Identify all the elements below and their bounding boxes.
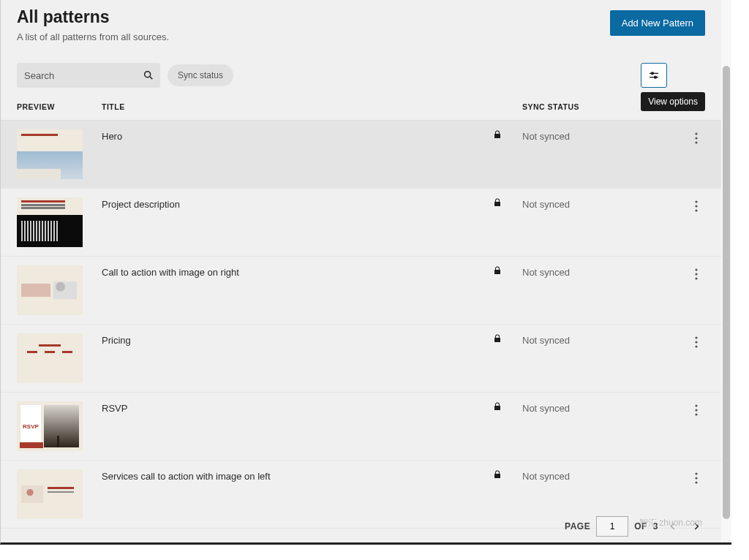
svg-line-1 bbox=[150, 77, 152, 79]
row-actions-button[interactable] bbox=[688, 129, 705, 147]
chevron-left-icon bbox=[668, 521, 678, 531]
lock-icon bbox=[493, 197, 502, 210]
row-actions-button[interactable] bbox=[688, 401, 705, 419]
pattern-preview-thumb[interactable] bbox=[17, 265, 83, 315]
lock-icon bbox=[493, 401, 502, 414]
sync-status-text: Not synced bbox=[522, 129, 570, 142]
svg-point-13 bbox=[695, 273, 697, 275]
pattern-preview-thumb[interactable] bbox=[17, 469, 83, 519]
sync-status-text: Not synced bbox=[522, 469, 570, 482]
search-input[interactable] bbox=[17, 63, 160, 88]
pattern-preview-thumb[interactable] bbox=[17, 333, 83, 383]
lock-icon bbox=[493, 469, 502, 482]
table-row[interactable]: Project descriptionNot synced bbox=[1, 189, 721, 257]
sliders-icon bbox=[648, 69, 660, 81]
column-header-title[interactable]: TITLE bbox=[102, 102, 493, 111]
table-row[interactable]: RSVPRSVPNot synced bbox=[1, 393, 721, 461]
svg-point-10 bbox=[695, 205, 697, 207]
patterns-table: PREVIEW TITLE SYNC STATUS ACTIONS HeroNo… bbox=[1, 95, 721, 529]
pagination: PAGE OF 3 bbox=[565, 516, 705, 537]
pattern-title[interactable]: Project description bbox=[102, 197, 180, 210]
scrollbar-thumb[interactable] bbox=[723, 66, 730, 519]
pattern-title[interactable]: Pricing bbox=[102, 333, 131, 346]
pattern-title[interactable]: Call to action with image on right bbox=[102, 265, 239, 278]
row-actions-button[interactable] bbox=[688, 197, 705, 215]
chevron-right-icon bbox=[691, 521, 701, 531]
pattern-preview-thumb[interactable] bbox=[17, 197, 83, 247]
svg-point-19 bbox=[695, 409, 697, 411]
svg-point-12 bbox=[695, 268, 697, 270]
pattern-preview-thumb[interactable] bbox=[17, 129, 83, 179]
svg-point-17 bbox=[695, 345, 697, 347]
column-header-sync-status[interactable]: SYNC STATUS bbox=[522, 102, 654, 111]
pagination-page-input[interactable] bbox=[596, 516, 628, 537]
page-subtitle: A list of all patterns from all sources. bbox=[17, 31, 169, 42]
add-new-pattern-button[interactable]: Add New Pattern bbox=[610, 10, 705, 36]
pagination-total: 3 bbox=[653, 521, 658, 531]
table-row[interactable]: HeroNot synced bbox=[1, 121, 721, 189]
svg-point-20 bbox=[695, 413, 697, 415]
lock-icon bbox=[493, 333, 502, 346]
sync-status-text: Not synced bbox=[522, 401, 570, 414]
pattern-title[interactable]: Hero bbox=[102, 129, 122, 142]
sync-status-text: Not synced bbox=[522, 265, 570, 278]
table-row[interactable]: Call to action with image on rightNot sy… bbox=[1, 257, 721, 325]
svg-point-22 bbox=[695, 477, 697, 479]
svg-point-21 bbox=[695, 472, 697, 474]
svg-point-18 bbox=[695, 404, 697, 406]
svg-point-15 bbox=[695, 336, 697, 338]
scrollbar-track bbox=[721, 0, 731, 542]
table-header: PREVIEW TITLE SYNC STATUS ACTIONS bbox=[1, 95, 721, 121]
column-header-preview[interactable]: PREVIEW bbox=[17, 102, 102, 111]
svg-point-6 bbox=[695, 132, 697, 135]
lock-icon bbox=[493, 129, 502, 142]
pagination-next-button[interactable] bbox=[688, 518, 705, 535]
svg-point-8 bbox=[695, 141, 697, 143]
sync-status-text: Not synced bbox=[522, 333, 570, 346]
svg-point-23 bbox=[695, 481, 697, 483]
row-actions-button[interactable] bbox=[688, 265, 705, 283]
row-actions-button[interactable] bbox=[688, 333, 705, 351]
svg-point-3 bbox=[652, 72, 654, 75]
svg-point-9 bbox=[695, 200, 697, 203]
pagination-page-label: PAGE bbox=[565, 521, 590, 531]
search-icon bbox=[143, 69, 154, 81]
svg-point-14 bbox=[695, 277, 697, 279]
view-options-button[interactable] bbox=[641, 63, 667, 88]
row-actions-button[interactable] bbox=[688, 469, 705, 487]
search-field-wrap bbox=[17, 63, 160, 88]
svg-point-11 bbox=[695, 209, 697, 211]
table-row[interactable]: PricingNot synced bbox=[1, 325, 721, 393]
svg-point-0 bbox=[145, 72, 151, 77]
pattern-title[interactable]: Services call to action with image on le… bbox=[102, 469, 271, 482]
svg-point-7 bbox=[695, 137, 697, 139]
view-options-tooltip: View options bbox=[641, 92, 705, 111]
svg-point-16 bbox=[695, 341, 697, 343]
sync-status-text: Not synced bbox=[522, 197, 570, 210]
pattern-title[interactable]: RSVP bbox=[102, 401, 127, 414]
pagination-prev-button[interactable] bbox=[664, 518, 682, 535]
page-title: All patterns bbox=[17, 7, 169, 27]
pagination-of-label: OF bbox=[634, 521, 647, 531]
lock-icon bbox=[493, 265, 502, 278]
svg-point-5 bbox=[655, 76, 657, 78]
sync-status-filter-chip[interactable]: Sync status bbox=[168, 64, 233, 86]
pattern-preview-thumb[interactable]: RSVP bbox=[17, 401, 83, 451]
